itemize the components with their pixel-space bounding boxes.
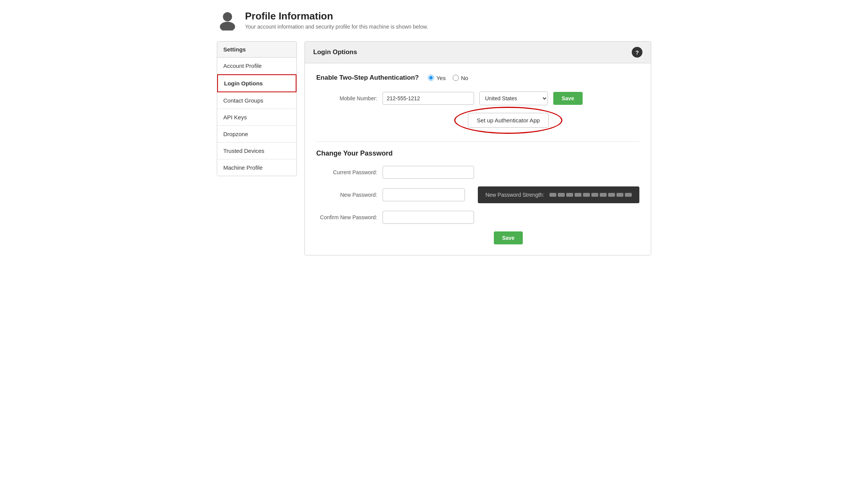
current-password-row: Current Password: [316, 166, 639, 179]
strength-bar-6 [591, 193, 598, 197]
confirm-password-label: Confirm New Password: [316, 214, 377, 220]
strength-label: New Password Strength: [485, 192, 544, 198]
content-area: Login Options ? Enable Two-Step Authenti… [304, 41, 651, 255]
radio-yes-input[interactable] [428, 75, 434, 81]
sidebar-item-contact-groups[interactable]: Contact Groups [217, 92, 296, 109]
sidebar: Settings Account Profile Login Options C… [217, 41, 297, 176]
authenticator-row: Set up Authenticator App [377, 113, 639, 128]
strength-bar-7 [600, 193, 607, 197]
mobile-number-row: Mobile Number: United States Canada Unit… [316, 92, 639, 105]
strength-bar-4 [575, 193, 581, 197]
sidebar-heading: Settings [217, 42, 296, 58]
strength-bar-1 [549, 193, 556, 197]
radio-no-input[interactable] [453, 75, 459, 81]
two-step-radio-group: Yes No [428, 75, 468, 81]
confirm-password-input[interactable] [383, 211, 474, 224]
strength-bar-5 [583, 193, 590, 197]
new-password-row: New Password: New Password Strength: [316, 186, 639, 203]
strength-bars [549, 193, 632, 197]
page-header-text: Profile Information Your account informa… [245, 10, 428, 30]
current-password-input[interactable] [383, 166, 474, 179]
strength-bar-3 [566, 193, 573, 197]
mobile-label: Mobile Number: [316, 95, 377, 101]
password-strength-box: New Password Strength: [478, 186, 639, 203]
authenticator-circle: Set up Authenticator App [468, 113, 548, 128]
new-password-label: New Password: [316, 192, 377, 198]
country-select[interactable]: United States Canada United Kingdom Aust… [479, 92, 548, 105]
password-section: Change Your Password Current Password: N… [316, 149, 639, 244]
help-icon[interactable]: ? [632, 47, 642, 58]
content-header: Login Options ? [305, 42, 651, 63]
sidebar-item-api-keys[interactable]: API Keys [217, 109, 296, 126]
two-step-label: Enable Two-Step Authentication? [316, 74, 419, 82]
page-title: Profile Information [245, 10, 428, 22]
two-step-row: Enable Two-Step Authentication? Yes No [316, 74, 639, 82]
sidebar-item-account-profile[interactable]: Account Profile [217, 58, 296, 74]
strength-bar-8 [608, 193, 615, 197]
radio-yes-label: Yes [436, 75, 445, 81]
section-divider [316, 141, 639, 142]
svg-point-1 [220, 22, 235, 31]
page-subtitle: Your account information and security pr… [245, 24, 428, 30]
current-password-label: Current Password: [316, 169, 377, 175]
two-step-section: Enable Two-Step Authentication? Yes No [316, 74, 639, 128]
page-header: Profile Information Your account informa… [217, 9, 651, 31]
sidebar-item-login-options[interactable]: Login Options [217, 74, 296, 92]
mobile-input[interactable] [383, 92, 474, 105]
svg-point-0 [223, 12, 232, 21]
radio-no[interactable]: No [453, 75, 468, 81]
sidebar-item-machine-profile[interactable]: Machine Profile [217, 159, 296, 176]
password-save-button[interactable]: Save [494, 231, 523, 244]
new-password-input[interactable] [383, 188, 465, 201]
sidebar-item-trusted-devices[interactable]: Trusted Devices [217, 143, 296, 159]
radio-no-label: No [461, 75, 468, 81]
strength-bar-2 [558, 193, 565, 197]
user-avatar-icon [217, 9, 238, 31]
strength-bar-9 [617, 193, 623, 197]
password-save-row: Save [377, 231, 639, 244]
authenticator-button[interactable]: Set up Authenticator App [468, 113, 548, 128]
confirm-password-row: Confirm New Password: [316, 211, 639, 224]
content-body: Enable Two-Step Authentication? Yes No [305, 63, 651, 255]
change-password-title: Change Your Password [316, 149, 639, 157]
mobile-save-button[interactable]: Save [553, 92, 583, 105]
radio-yes[interactable]: Yes [428, 75, 445, 81]
sidebar-item-dropzone[interactable]: Dropzone [217, 126, 296, 143]
strength-bar-10 [625, 193, 632, 197]
content-title: Login Options [313, 48, 357, 56]
